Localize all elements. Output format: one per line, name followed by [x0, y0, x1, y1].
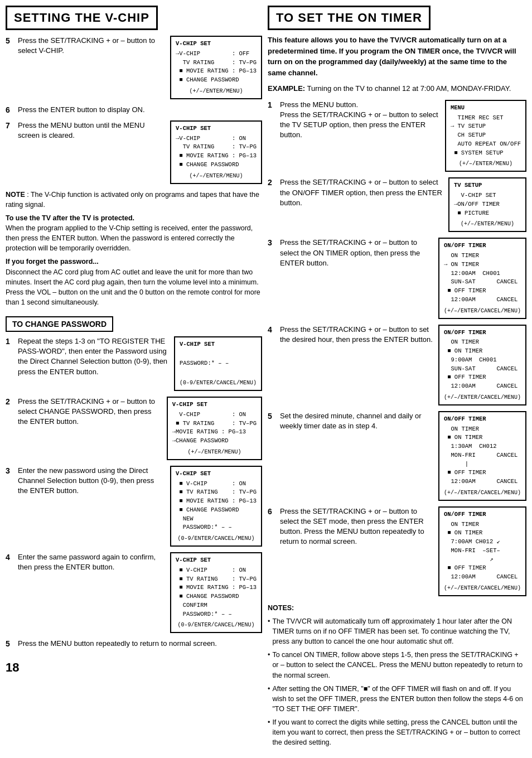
change-password-title: TO CHANGE PASSWORD [6, 316, 113, 332]
on-timer-step-6: 6 Press the SET/TRACKING + or – button t… [268, 506, 526, 596]
pwd-step-4-row: 4 Enter the same password again to confi… [6, 552, 262, 633]
pwd-step-5-num: 5 [6, 639, 13, 648]
on-timer-step-1-screen: MENU TIMER REC SET → TV SETUP CH SETUP A… [445, 100, 526, 172]
on-timer-step-2-screen: TV SETUP V-CHIP SET →ON/OFF TIMER ■ PICT… [448, 177, 526, 232]
step-7-screen: V-CHIP SET →V-CHIP : ON TV RATING : TV–P… [170, 120, 262, 184]
pwd-step-3-num: 3 [6, 466, 13, 475]
pwd-step-2-text: Press the SET/TRACKING + or – button to … [18, 397, 162, 427]
step-6-text: Press the ENTER button to display ON. [18, 105, 262, 115]
on-timer-step-2: 2 Press the SET/TRACKING + or – button t… [268, 177, 526, 232]
step-5-text: Press the SET/TRACKING + or – button to … [18, 36, 166, 56]
pwd-step-5-text: Press the MENU button repeatedly to retu… [18, 639, 262, 649]
step-7-text: Press the MENU button until the MENU scr… [18, 120, 166, 141]
on-timer-step-5-text: Set the desired minute, channel and dail… [280, 411, 434, 431]
vchip-steps: 5 Press the SET/TRACKING + or – button t… [6, 36, 262, 184]
note-1: • The TV/VCR will automatically turn off… [268, 616, 526, 646]
on-timer-step-1-text: Press the MENU button. Press the SET/TRA… [280, 100, 441, 141]
pwd-step-2-screen: V-CHIP SET V-CHIP : ON ■ TV RATING : TV–… [167, 397, 262, 460]
on-timer-step-2-text: Press the SET/TRACKING + or – button to … [280, 177, 444, 208]
pwd-step-3-text: Enter the new password using the Direct … [18, 466, 166, 496]
pwd-step-1-num: 1 [6, 336, 13, 346]
step-7-row: 7 Press the MENU button until the MENU s… [6, 120, 262, 184]
notes-label: NOTES: [268, 604, 294, 612]
step-5-num: 5 [6, 36, 13, 45]
pwd-step-4-num: 4 [6, 552, 13, 562]
change-password-section: TO CHANGE PASSWORD 1 Repeat the steps 1-… [6, 311, 262, 649]
note-2: • To cancel ON TIMER, follow above steps… [268, 650, 526, 680]
on-timer-step-2-num: 2 [268, 177, 275, 187]
on-timer-step-3-screen: ON/OFF TIMER ON TIMER → ON TIMER 12:00AM… [438, 238, 526, 318]
step-6-num: 6 [6, 105, 13, 114]
on-timer-step-3-num: 3 [268, 238, 275, 247]
pwd-step-5-row: 5 Press the MENU button repeatedly to re… [6, 639, 262, 649]
pwd-step-4-text: Enter the same password again to confirm… [18, 552, 166, 572]
on-timer-step-6-text: Press the SET/TRACKING + or – button to … [280, 506, 434, 547]
on-timer-step-4-num: 4 [268, 325, 275, 334]
page-number: 18 [6, 660, 262, 675]
pwd-step-1-text: Repeat the steps 1-3 on "TO REGISTER THE… [18, 336, 170, 377]
right-section-title: TO SET THE ON TIMER [268, 6, 431, 30]
on-timer-step-3: 3 Press the SET/TRACKING + or – button t… [268, 238, 526, 318]
pwd-step-3-row: 3 Enter the new password using the Direc… [6, 466, 262, 547]
intro-text: This feature allows you to have the TV/V… [268, 35, 526, 78]
pwd-step-1-screen: V-CHIP SET PASSWORD:* – – (0-9/ENTER/CAN… [174, 336, 262, 391]
step-7-num: 7 [6, 120, 13, 130]
notes-section: NOTES: • The TV/VCR will automatically t… [268, 603, 526, 748]
on-timer-step-5-num: 5 [268, 411, 275, 421]
step-5-row: 5 Press the SET/TRACKING + or – button t… [6, 36, 262, 99]
on-timer-step-6-num: 6 [268, 506, 275, 516]
pwd-step-2-row: 2 Press the SET/TRACKING + or – button t… [6, 397, 262, 460]
vchip-note: NOTE : The V-Chip function is activated … [6, 190, 262, 307]
right-column: TO SET THE ON TIMER This feature allows … [268, 6, 526, 752]
on-timer-step-6-screen: ON/OFF TIMER ON TIMER ■ ON TIMER 7:00AM … [438, 506, 526, 596]
pwd-step-2-num: 2 [6, 397, 13, 406]
note-3: • After setting the ON TIMER, "■" of the… [268, 684, 526, 714]
pwd-step-3-screen: V-CHIP SET ■ V-CHIP : ON ■ TV RATING : T… [170, 466, 262, 547]
left-column: SETTING THE V-CHIP 5 Press the SET/TRACK… [6, 6, 262, 752]
on-timer-step-1: 1 Press the MENU button. Press the SET/T… [268, 100, 526, 172]
example-line: EXAMPLE: Turning on the TV to channel 12… [268, 84, 526, 94]
on-timer-step-4-text: Press the SET/TRACKING + or – button to … [280, 325, 434, 345]
step-6-row: 6 Press the ENTER button to display ON. [6, 105, 262, 115]
left-section-title: SETTING THE V-CHIP [6, 6, 158, 30]
on-timer-step-1-num: 1 [268, 100, 275, 109]
pwd-step-4-screen: V-CHIP SET ■ V-CHIP : ON ■ TV RATING : T… [170, 552, 262, 633]
on-timer-step-5: 5 Set the desired minute, channel and da… [268, 411, 526, 501]
note-4: • If you want to correct the digits whil… [268, 717, 526, 747]
on-timer-step-4-screen: ON/OFF TIMER ON TIMER ■ ON TIMER 9:00AM … [438, 325, 526, 405]
on-timer-step-5-screen: ON/OFF TIMER ON TIMER ■ ON TIMER 1:30AM … [438, 411, 526, 501]
pwd-step-1-row: 1 Repeat the steps 1-3 on "TO REGISTER T… [6, 336, 262, 391]
step-5-screen: V-CHIP SET →V-CHIP : OFF TV RATING : TV–… [170, 36, 262, 99]
on-timer-step-4: 4 Press the SET/TRACKING + or – button t… [268, 325, 526, 405]
on-timer-step-3-text: Press the SET/TRACKING + or – button to … [280, 238, 434, 268]
